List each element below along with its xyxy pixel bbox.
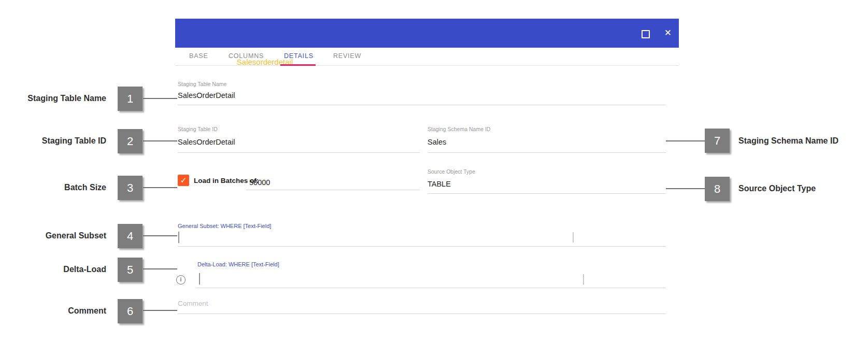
staging-table-id-underline	[178, 152, 420, 153]
staging-schema-name-id-underline	[428, 152, 666, 153]
connector-line-1	[143, 98, 177, 99]
tab-columns[interactable]: COLUMNS	[229, 52, 264, 60]
connector-line-6	[143, 310, 177, 311]
annotation-badge-8: 8	[705, 177, 730, 201]
callout-label-batch-size: Batch Size	[0, 182, 106, 193]
tab-bar: BASE COLUMNS DETAILS REVIEW	[175, 48, 679, 66]
connector-line-4	[143, 235, 177, 236]
annotation-badge-3: 3	[118, 176, 143, 200]
general-subset-text-cursor	[178, 232, 179, 243]
staging-table-name-label: Staging Table Name	[178, 81, 226, 87]
dialog-title: Add Table:Salesorderdetail	[184, 19, 293, 48]
callout-label-staging-table-id: Staging Table ID	[0, 136, 106, 146]
staging-table-id-label: Staging Table ID	[178, 126, 218, 132]
info-icon[interactable]: i	[176, 275, 186, 285]
load-in-batches-checkbox[interactable]: ✓	[178, 175, 189, 186]
delta-load-text-cursor	[199, 273, 200, 285]
tab-base[interactable]: BASE	[189, 52, 208, 60]
staging-table-id-input[interactable]: SalesOrderDetail	[178, 138, 235, 146]
source-object-type-underline	[428, 193, 666, 194]
general-subset-label: General Subset: WHERE [Text-Field]	[178, 223, 271, 229]
annotation-badge-4: 4	[118, 224, 143, 248]
connector-line-7	[666, 140, 705, 141]
delta-load-field-boundary-tick	[583, 274, 584, 285]
batch-size-input[interactable]: 50000	[249, 178, 270, 187]
annotation-badge-5: 5	[118, 258, 143, 282]
comment-underline	[178, 314, 666, 314]
callout-label-delta-load: Delta-Load	[0, 264, 106, 275]
callout-label-staging-table-name: Staging Table Name	[0, 93, 106, 104]
connector-line-8	[666, 188, 705, 189]
connector-line-5	[143, 268, 177, 269]
batch-size-underline	[246, 190, 420, 190]
annotation-badge-6: 6	[118, 299, 143, 323]
source-object-type-label: Source Object Type	[428, 168, 475, 175]
source-object-type-input[interactable]: TABLE	[428, 180, 451, 188]
tab-details[interactable]: DETAILS	[284, 52, 314, 60]
callout-label-general-subset: General Subset	[0, 231, 106, 241]
active-tab-indicator	[280, 64, 316, 66]
annotation-badge-7: 7	[705, 129, 730, 153]
general-subset-field-boundary-tick	[573, 232, 574, 243]
callout-label-source-object-type: Source Object Type	[738, 183, 868, 194]
staging-schema-name-id-label: Staging Schema Name ID	[428, 126, 490, 132]
maximize-icon[interactable]	[642, 30, 650, 38]
screenshot-canvas: Staging Table Name Staging Table ID Batc…	[0, 0, 868, 355]
staging-table-name-underline	[178, 105, 666, 105]
comment-input[interactable]: Comment	[178, 300, 208, 307]
close-icon[interactable]: ✕	[664, 19, 672, 48]
annotation-badge-2: 2	[118, 129, 143, 153]
staging-schema-name-id-input[interactable]: Sales	[428, 138, 446, 146]
connector-line-2	[143, 140, 177, 141]
connector-line-3	[143, 187, 177, 188]
delta-load-label: Delta-Load: WHERE [Text-Field]	[197, 261, 279, 267]
callout-label-staging-schema-name-id: Staging Schema Name ID	[738, 136, 868, 146]
annotation-badge-1: 1	[118, 87, 143, 111]
dialog-titlebar: Add Table:Salesorderdetail ✕	[175, 19, 679, 48]
delta-load-underline	[195, 288, 666, 288]
general-subset-underline	[178, 246, 666, 247]
tab-review[interactable]: REVIEW	[333, 52, 361, 60]
callout-label-comment: Comment	[0, 306, 106, 316]
staging-table-name-input[interactable]: SalesOrderDetail	[178, 91, 235, 100]
